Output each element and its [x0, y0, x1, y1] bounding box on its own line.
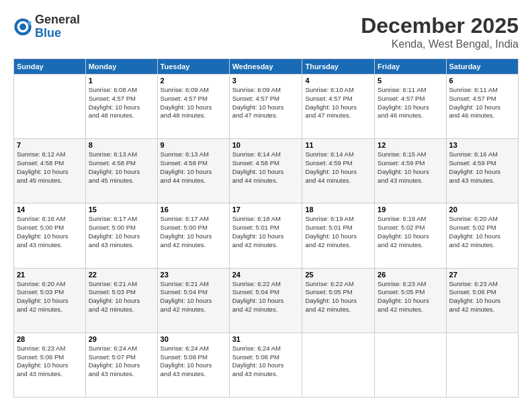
day-number: 21: [17, 271, 83, 279]
calendar-cell: 3Sunrise: 6:09 AMSunset: 4:57 PMDaylight…: [229, 75, 302, 139]
info-line: Sunset: 4:59 PM: [378, 159, 425, 167]
info-line: Sunrise: 6:14 AM: [232, 150, 281, 158]
info-line: Sunrise: 6:23 AM: [17, 345, 65, 352]
day-info: Sunrise: 6:18 AMSunset: 5:01 PMDaylight:…: [232, 215, 300, 249]
calendar-cell: 31Sunrise: 6:24 AMSunset: 5:08 PMDayligh…: [229, 332, 302, 397]
calendar-week-row: 21Sunrise: 6:20 AMSunset: 5:03 PMDayligh…: [14, 268, 519, 332]
calendar-cell: 7Sunrise: 6:12 AMSunset: 4:58 PMDaylight…: [14, 139, 86, 203]
calendar-cell: 28Sunrise: 6:23 AMSunset: 5:06 PMDayligh…: [14, 332, 86, 397]
info-line: and 42 minutes.: [89, 306, 134, 313]
day-info: Sunrise: 6:09 AMSunset: 4:57 PMDaylight:…: [232, 86, 300, 120]
info-line: and 46 minutes.: [378, 111, 423, 119]
day-number: 27: [449, 271, 515, 279]
day-info: Sunrise: 6:09 AMSunset: 4:57 PMDaylight:…: [161, 86, 226, 120]
info-line: Sunrise: 6:19 AM: [378, 215, 426, 222]
info-line: Sunrise: 6:17 AM: [89, 215, 137, 222]
day-info: Sunrise: 6:23 AMSunset: 5:05 PMDaylight:…: [378, 280, 443, 314]
day-info: Sunrise: 6:13 AMSunset: 4:58 PMDaylight:…: [89, 150, 154, 185]
info-line: and 45 minutes.: [17, 177, 62, 184]
info-line: Sunset: 5:01 PM: [232, 224, 279, 231]
day-number: 28: [17, 335, 83, 343]
info-line: Sunrise: 6:13 AM: [89, 150, 137, 158]
calendar-cell: 12Sunrise: 6:15 AMSunset: 4:59 PMDayligh…: [375, 139, 446, 203]
info-line: Sunrise: 6:24 AM: [161, 345, 209, 352]
info-line: Sunset: 5:05 PM: [378, 288, 425, 295]
info-line: Daylight: 10 hours: [232, 168, 284, 175]
col-monday: Monday: [85, 59, 157, 75]
day-info: Sunrise: 6:11 AMSunset: 4:57 PMDaylight:…: [449, 86, 515, 120]
info-line: Sunrise: 6:24 AM: [89, 345, 137, 352]
calendar-cell: 4Sunrise: 6:10 AMSunset: 4:57 PMDaylight…: [302, 75, 375, 139]
day-info: Sunrise: 6:19 AMSunset: 5:01 PMDaylight:…: [305, 215, 371, 249]
calendar-cell: 23Sunrise: 6:21 AMSunset: 5:04 PMDayligh…: [157, 268, 229, 332]
info-line: Sunset: 5:02 PM: [378, 224, 425, 231]
info-line: Sunrise: 6:11 AM: [449, 86, 498, 93]
day-info: Sunrise: 6:22 AMSunset: 5:04 PMDaylight:…: [232, 280, 300, 314]
location: Kenda, West Bengal, India: [361, 38, 519, 50]
info-line: Daylight: 10 hours: [449, 297, 501, 304]
calendar-cell: 24Sunrise: 6:22 AMSunset: 5:04 PMDayligh…: [229, 268, 302, 332]
info-line: Daylight: 10 hours: [89, 297, 140, 304]
info-line: and 42 minutes.: [305, 241, 351, 248]
calendar-cell: [302, 332, 375, 397]
info-line: and 47 minutes.: [232, 111, 278, 119]
info-line: and 46 minutes.: [449, 111, 495, 119]
day-number: 16: [161, 205, 226, 214]
info-line: Daylight: 10 hours: [161, 297, 212, 304]
day-number: 23: [161, 271, 226, 279]
info-line: Sunrise: 6:22 AM: [232, 280, 281, 287]
calendar-cell: 20Sunrise: 6:20 AMSunset: 5:02 PMDayligh…: [446, 203, 518, 268]
info-line: Daylight: 10 hours: [305, 168, 357, 175]
info-line: Sunset: 5:04 PM: [161, 288, 208, 295]
col-friday: Friday: [375, 59, 446, 75]
info-line: Daylight: 10 hours: [161, 168, 212, 175]
day-info: Sunrise: 6:15 AMSunset: 4:59 PMDaylight:…: [378, 150, 443, 185]
day-number: 12: [378, 141, 443, 149]
info-line: Sunrise: 6:10 AM: [305, 86, 353, 93]
info-line: and 43 minutes.: [449, 177, 495, 184]
day-info: Sunrise: 6:23 AMSunset: 5:06 PMDaylight:…: [449, 280, 515, 314]
info-line: Daylight: 10 hours: [89, 103, 140, 111]
day-number: 8: [89, 141, 154, 149]
info-line: Daylight: 10 hours: [378, 103, 429, 111]
info-line: and 44 minutes.: [232, 177, 278, 184]
calendar-cell: 29Sunrise: 6:24 AMSunset: 5:07 PMDayligh…: [85, 332, 157, 397]
day-number: 31: [232, 335, 300, 343]
info-line: Daylight: 10 hours: [89, 361, 140, 369]
col-sunday: Sunday: [14, 59, 86, 75]
info-line: Sunrise: 6:09 AM: [232, 86, 281, 93]
info-line: Sunset: 5:00 PM: [17, 224, 64, 231]
calendar-cell: 8Sunrise: 6:13 AMSunset: 4:58 PMDaylight…: [85, 139, 157, 203]
info-line: and 48 minutes.: [89, 111, 134, 119]
info-line: and 43 minutes.: [17, 370, 62, 377]
info-line: Sunrise: 6:12 AM: [17, 150, 65, 158]
info-line: Sunrise: 6:20 AM: [17, 280, 65, 287]
info-line: Sunrise: 6:19 AM: [305, 215, 353, 222]
info-line: Daylight: 10 hours: [232, 103, 284, 111]
calendar-cell: 30Sunrise: 6:24 AMSunset: 5:08 PMDayligh…: [157, 332, 229, 397]
info-line: Daylight: 10 hours: [232, 297, 284, 304]
day-info: Sunrise: 6:20 AMSunset: 5:02 PMDaylight:…: [449, 215, 515, 249]
info-line: and 43 minutes.: [378, 177, 423, 184]
day-info: Sunrise: 6:21 AMSunset: 5:03 PMDaylight:…: [89, 280, 154, 314]
info-line: Sunrise: 6:11 AM: [378, 86, 426, 93]
info-line: Sunrise: 6:16 AM: [17, 215, 65, 222]
calendar-cell: 18Sunrise: 6:19 AMSunset: 5:01 PMDayligh…: [302, 203, 375, 268]
day-info: Sunrise: 6:24 AMSunset: 5:08 PMDaylight:…: [232, 345, 300, 379]
info-line: Sunset: 4:57 PM: [232, 95, 279, 102]
info-line: Sunset: 5:06 PM: [449, 288, 496, 295]
calendar-cell: 5Sunrise: 6:11 AMSunset: 4:57 PMDaylight…: [375, 75, 446, 139]
col-thursday: Thursday: [302, 59, 375, 75]
day-info: Sunrise: 6:20 AMSunset: 5:03 PMDaylight:…: [17, 280, 83, 314]
info-line: Daylight: 10 hours: [17, 168, 69, 175]
day-info: Sunrise: 6:24 AMSunset: 5:07 PMDaylight:…: [89, 345, 154, 379]
info-line: Daylight: 10 hours: [305, 232, 357, 240]
info-line: Sunset: 4:59 PM: [449, 159, 496, 167]
day-number: 6: [449, 77, 515, 85]
calendar-cell: 14Sunrise: 6:16 AMSunset: 5:00 PMDayligh…: [14, 203, 86, 268]
day-number: 9: [161, 141, 226, 149]
calendar-cell: 10Sunrise: 6:14 AMSunset: 4:58 PMDayligh…: [229, 139, 302, 203]
day-info: Sunrise: 6:11 AMSunset: 4:57 PMDaylight:…: [378, 86, 443, 120]
calendar-week-row: 14Sunrise: 6:16 AMSunset: 5:00 PMDayligh…: [14, 203, 519, 268]
info-line: Sunset: 4:57 PM: [305, 95, 352, 102]
